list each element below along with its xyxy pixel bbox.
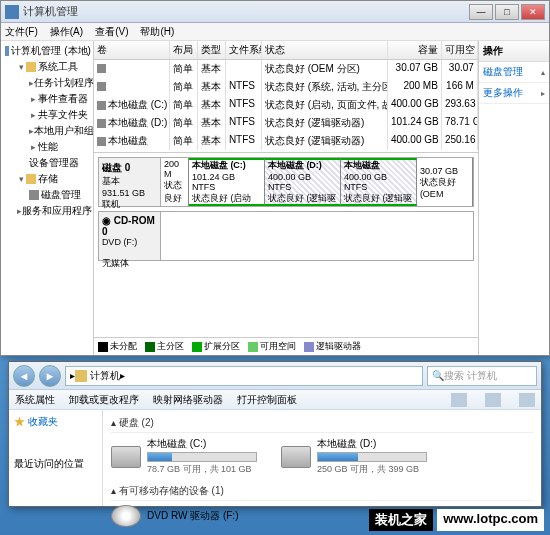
drive-d-info: 250 GB 可用，共 399 GB <box>317 463 427 476</box>
disk-0-row[interactable]: 磁盘 0 基本 931.51 GB 联机 200 M状态良好本地磁盘 (C:)1… <box>98 157 474 207</box>
drive-d-bar <box>317 452 427 462</box>
col-volume[interactable]: 卷 <box>94 41 170 59</box>
volume-table[interactable]: 卷 布局 类型 文件系统 状态 容量 可用空 简单基本状态良好 (OEM 分区)… <box>94 41 478 153</box>
nav-favorites[interactable]: 收藏夹 <box>12 413 99 431</box>
breadcrumb[interactable]: 计算机 <box>90 369 120 383</box>
tree-root[interactable]: 计算机管理 (本地) <box>3 43 91 59</box>
explorer-nav[interactable]: 收藏夹 最近访问的位置 <box>9 410 103 506</box>
disk-0-label[interactable]: 磁盘 0 基本 931.51 GB 联机 <box>99 158 161 206</box>
col-filesystem[interactable]: 文件系统 <box>226 41 262 59</box>
tree-services[interactable]: ▸服务和应用程序 <box>3 203 91 219</box>
tree-eventviewer[interactable]: ▸事件查看器 <box>3 91 91 107</box>
star-icon <box>14 417 25 428</box>
nav-recent[interactable]: 最近访问的位置 <box>12 455 99 473</box>
col-capacity[interactable]: 容量 <box>388 41 442 59</box>
tree-shared[interactable]: ▸共享文件夹 <box>3 107 91 123</box>
table-row[interactable]: 本地磁盘 (C:)简单基本NTFS状态良好 (启动, 页面文件, 故障转储, 主… <box>94 96 478 114</box>
tree-devmgr[interactable]: 设备管理器 <box>3 155 91 171</box>
menu-view[interactable]: 查看(V) <box>95 25 128 39</box>
search-input[interactable]: 🔍 搜索 计算机 <box>427 366 537 386</box>
computer-management-window: 计算机管理 — □ ✕ 文件(F) 操作(A) 查看(V) 帮助(H) 计算机管… <box>0 0 550 356</box>
address-bar[interactable]: ▸ 计算机 ▸ <box>65 366 423 386</box>
drive-d-label: 本地磁盘 (D:) <box>317 437 427 451</box>
section-hdd[interactable]: ▴ 硬盘 (2) <box>111 414 533 433</box>
close-button[interactable]: ✕ <box>521 4 545 20</box>
section-removable[interactable]: ▴ 有可移动存储的设备 (1) <box>111 482 533 501</box>
table-row[interactable]: 本地磁盘简单基本NTFS状态良好 (逻辑驱动器)400.00 GB250.16 <box>94 132 478 150</box>
watermark: 装机之家 www.lotpc.com <box>369 509 544 531</box>
tree-diskmgmt[interactable]: 磁盘管理 <box>3 187 91 203</box>
menu-uninstall[interactable]: 卸载或更改程序 <box>69 393 139 407</box>
dvd-icon <box>111 505 141 527</box>
col-status[interactable]: 状态 <box>262 41 388 59</box>
menu-file[interactable]: 文件(F) <box>5 25 38 39</box>
nav-tree[interactable]: 计算机管理 (本地) ▾系统工具 ▸任务计划程序 ▸事件查看器 ▸共享文件夹 ▸… <box>1 41 94 355</box>
hdd-icon <box>111 446 141 468</box>
explorer-content: ▴ 硬盘 (2) 本地磁盘 (C:) 78.7 GB 可用，共 101 GB 本… <box>103 410 541 506</box>
minimize-button[interactable]: — <box>469 4 493 20</box>
legend: 未分配 主分区 扩展分区 可用空间 逻辑驱动器 <box>94 337 478 355</box>
chevron-icon: ▸ <box>120 370 125 381</box>
partition[interactable]: 本地磁盘400.00 GB NTFS状态良好 (逻辑驱 <box>341 158 417 206</box>
actions-header: 操作 <box>479 41 549 62</box>
drive-dvd[interactable]: DVD RW 驱动器 (F:) <box>111 505 238 527</box>
explorer-toolbar: ◄ ► ▸ 计算机 ▸ 🔍 搜索 计算机 <box>9 362 541 390</box>
table-row[interactable]: 本地磁盘 (D:)简单基本NTFS状态良好 (逻辑驱动器)101.24 GB78… <box>94 114 478 132</box>
explorer-window: ◄ ► ▸ 计算机 ▸ 🔍 搜索 计算机 系统属性 卸载或更改程序 映射网络驱动… <box>8 361 542 507</box>
table-row[interactable]: 简单基本NTFS状态良好 (系统, 活动, 主分区)200 MB166 M <box>94 78 478 96</box>
drive-c-label: 本地磁盘 (C:) <box>147 437 257 451</box>
table-row[interactable]: 简单基本状态良好 (OEM 分区)30.07 GB30.07 <box>94 60 478 78</box>
col-layout[interactable]: 布局 <box>170 41 198 59</box>
titlebar[interactable]: 计算机管理 — □ ✕ <box>1 1 549 23</box>
tree-users[interactable]: ▸本地用户和组 <box>3 123 91 139</box>
window-title: 计算机管理 <box>23 4 469 19</box>
maximize-button[interactable]: □ <box>495 4 519 20</box>
tree-tasksched[interactable]: ▸任务计划程序 <box>3 75 91 91</box>
tree-storage[interactable]: ▾存储 <box>3 171 91 187</box>
drive-c[interactable]: 本地磁盘 (C:) 78.7 GB 可用，共 101 GB <box>111 437 257 476</box>
partition[interactable]: 本地磁盘 (C:)101.24 GB NTFS状态良好 (启动 <box>189 158 265 206</box>
center-pane: 卷 布局 类型 文件系统 状态 容量 可用空 简单基本状态良好 (OEM 分区)… <box>94 41 478 355</box>
menu-ctrlpanel[interactable]: 打开控制面板 <box>237 393 297 407</box>
drive-d[interactable]: 本地磁盘 (D:) 250 GB 可用，共 399 GB <box>281 437 427 476</box>
help-icon[interactable] <box>519 393 535 407</box>
drive-c-bar <box>147 452 257 462</box>
actions-diskmgmt[interactable]: 磁盘管理▴ <box>479 62 549 83</box>
col-type[interactable]: 类型 <box>198 41 226 59</box>
col-free[interactable]: 可用空 <box>442 41 478 59</box>
forward-button[interactable]: ► <box>39 365 61 387</box>
partition[interactable]: 200 M状态良好 <box>161 158 189 206</box>
search-icon: 🔍 <box>432 370 444 381</box>
computer-icon <box>75 370 87 382</box>
tree-perf[interactable]: ▸性能 <box>3 139 91 155</box>
disk-graphic-pane: 磁盘 0 基本 931.51 GB 联机 200 M状态良好本地磁盘 (C:)1… <box>94 153 478 337</box>
cdrom-row[interactable]: ◉ CD-ROM 0 DVD (F:) 无媒体 <box>98 211 474 261</box>
menubar: 文件(F) 操作(A) 查看(V) 帮助(H) <box>1 23 549 41</box>
back-button[interactable]: ◄ <box>13 365 35 387</box>
menu-netdrive[interactable]: 映射网络驱动器 <box>153 393 223 407</box>
partition[interactable]: 本地磁盘 (D:)400.00 GB NTFS状态良好 (逻辑驱 <box>265 158 341 206</box>
partition[interactable]: 30.07 GB状态良好 (OEM <box>417 158 473 206</box>
hdd-icon <box>281 446 311 468</box>
actions-pane: 操作 磁盘管理▴ 更多操作▸ <box>478 41 549 355</box>
tree-systools[interactable]: ▾系统工具 <box>3 59 91 75</box>
drive-dvd-label: DVD RW 驱动器 (F:) <box>147 509 238 523</box>
table-header[interactable]: 卷 布局 类型 文件系统 状态 容量 可用空 <box>94 41 478 60</box>
drive-c-info: 78.7 GB 可用，共 101 GB <box>147 463 257 476</box>
menu-props[interactable]: 系统属性 <box>15 393 55 407</box>
preview-icon[interactable] <box>485 393 501 407</box>
actions-more[interactable]: 更多操作▸ <box>479 83 549 104</box>
view-icon[interactable] <box>451 393 467 407</box>
menu-help[interactable]: 帮助(H) <box>140 25 174 39</box>
explorer-menubar: 系统属性 卸载或更改程序 映射网络驱动器 打开控制面板 <box>9 390 541 410</box>
menu-action[interactable]: 操作(A) <box>50 25 83 39</box>
cdrom-label[interactable]: ◉ CD-ROM 0 DVD (F:) 无媒体 <box>99 212 161 260</box>
app-icon <box>5 5 19 19</box>
